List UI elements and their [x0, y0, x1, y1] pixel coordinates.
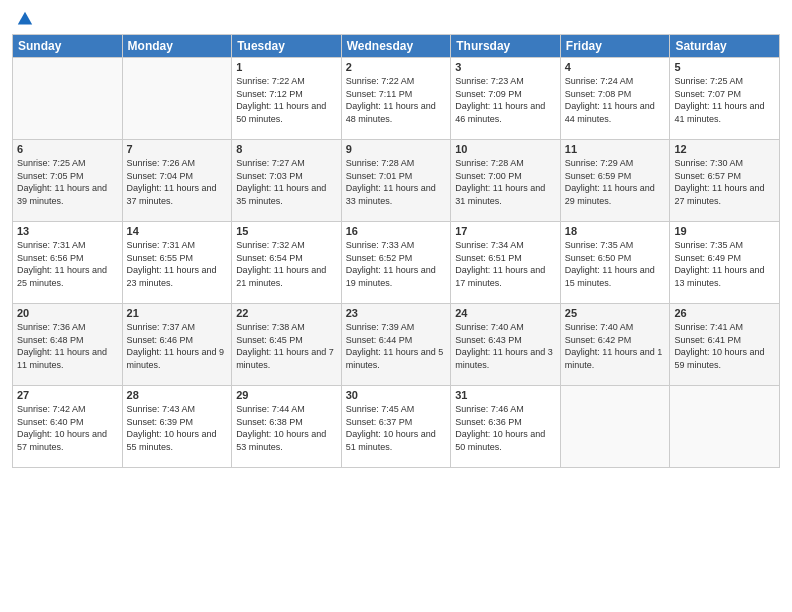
calendar-cell: 20Sunrise: 7:36 AM Sunset: 6:48 PM Dayli…: [13, 304, 123, 386]
day-info: Sunrise: 7:40 AM Sunset: 6:42 PM Dayligh…: [565, 321, 666, 371]
calendar-cell: 12Sunrise: 7:30 AM Sunset: 6:57 PM Dayli…: [670, 140, 780, 222]
day-number: 16: [346, 225, 447, 237]
day-number: 21: [127, 307, 228, 319]
logo-icon: [16, 10, 34, 28]
day-info: Sunrise: 7:31 AM Sunset: 6:56 PM Dayligh…: [17, 239, 118, 289]
calendar-cell: 3Sunrise: 7:23 AM Sunset: 7:09 PM Daylig…: [451, 58, 561, 140]
day-info: Sunrise: 7:27 AM Sunset: 7:03 PM Dayligh…: [236, 157, 337, 207]
day-info: Sunrise: 7:36 AM Sunset: 6:48 PM Dayligh…: [17, 321, 118, 371]
day-number: 24: [455, 307, 556, 319]
day-info: Sunrise: 7:25 AM Sunset: 7:07 PM Dayligh…: [674, 75, 775, 125]
calendar-week-row: 6Sunrise: 7:25 AM Sunset: 7:05 PM Daylig…: [13, 140, 780, 222]
day-info: Sunrise: 7:26 AM Sunset: 7:04 PM Dayligh…: [127, 157, 228, 207]
logo: [12, 10, 34, 28]
day-number: 28: [127, 389, 228, 401]
weekday-header: Tuesday: [232, 35, 342, 58]
weekday-header: Friday: [560, 35, 670, 58]
calendar-cell: 21Sunrise: 7:37 AM Sunset: 6:46 PM Dayli…: [122, 304, 232, 386]
day-number: 3: [455, 61, 556, 73]
day-info: Sunrise: 7:44 AM Sunset: 6:38 PM Dayligh…: [236, 403, 337, 453]
calendar-cell: 4Sunrise: 7:24 AM Sunset: 7:08 PM Daylig…: [560, 58, 670, 140]
header: [12, 10, 780, 28]
calendar-week-row: 1Sunrise: 7:22 AM Sunset: 7:12 PM Daylig…: [13, 58, 780, 140]
calendar-week-row: 13Sunrise: 7:31 AM Sunset: 6:56 PM Dayli…: [13, 222, 780, 304]
day-number: 9: [346, 143, 447, 155]
day-info: Sunrise: 7:38 AM Sunset: 6:45 PM Dayligh…: [236, 321, 337, 371]
day-number: 8: [236, 143, 337, 155]
day-number: 4: [565, 61, 666, 73]
calendar-cell: [670, 386, 780, 468]
calendar-cell: 19Sunrise: 7:35 AM Sunset: 6:49 PM Dayli…: [670, 222, 780, 304]
calendar-cell: 26Sunrise: 7:41 AM Sunset: 6:41 PM Dayli…: [670, 304, 780, 386]
calendar-cell: 16Sunrise: 7:33 AM Sunset: 6:52 PM Dayli…: [341, 222, 451, 304]
day-number: 7: [127, 143, 228, 155]
day-info: Sunrise: 7:33 AM Sunset: 6:52 PM Dayligh…: [346, 239, 447, 289]
calendar-cell: [560, 386, 670, 468]
calendar-cell: 1Sunrise: 7:22 AM Sunset: 7:12 PM Daylig…: [232, 58, 342, 140]
day-number: 29: [236, 389, 337, 401]
day-number: 17: [455, 225, 556, 237]
day-info: Sunrise: 7:24 AM Sunset: 7:08 PM Dayligh…: [565, 75, 666, 125]
day-number: 13: [17, 225, 118, 237]
day-info: Sunrise: 7:45 AM Sunset: 6:37 PM Dayligh…: [346, 403, 447, 453]
weekday-header: Saturday: [670, 35, 780, 58]
calendar-week-row: 27Sunrise: 7:42 AM Sunset: 6:40 PM Dayli…: [13, 386, 780, 468]
day-info: Sunrise: 7:37 AM Sunset: 6:46 PM Dayligh…: [127, 321, 228, 371]
day-info: Sunrise: 7:22 AM Sunset: 7:11 PM Dayligh…: [346, 75, 447, 125]
day-number: 11: [565, 143, 666, 155]
weekday-header: Wednesday: [341, 35, 451, 58]
calendar-cell: 8Sunrise: 7:27 AM Sunset: 7:03 PM Daylig…: [232, 140, 342, 222]
calendar-cell: 31Sunrise: 7:46 AM Sunset: 6:36 PM Dayli…: [451, 386, 561, 468]
day-number: 18: [565, 225, 666, 237]
day-info: Sunrise: 7:25 AM Sunset: 7:05 PM Dayligh…: [17, 157, 118, 207]
day-info: Sunrise: 7:35 AM Sunset: 6:50 PM Dayligh…: [565, 239, 666, 289]
calendar-cell: 28Sunrise: 7:43 AM Sunset: 6:39 PM Dayli…: [122, 386, 232, 468]
calendar-cell: 10Sunrise: 7:28 AM Sunset: 7:00 PM Dayli…: [451, 140, 561, 222]
day-info: Sunrise: 7:35 AM Sunset: 6:49 PM Dayligh…: [674, 239, 775, 289]
day-number: 1: [236, 61, 337, 73]
day-number: 6: [17, 143, 118, 155]
day-number: 15: [236, 225, 337, 237]
weekday-header: Monday: [122, 35, 232, 58]
calendar-cell: 25Sunrise: 7:40 AM Sunset: 6:42 PM Dayli…: [560, 304, 670, 386]
calendar-cell: 29Sunrise: 7:44 AM Sunset: 6:38 PM Dayli…: [232, 386, 342, 468]
day-number: 25: [565, 307, 666, 319]
calendar-cell: 17Sunrise: 7:34 AM Sunset: 6:51 PM Dayli…: [451, 222, 561, 304]
day-info: Sunrise: 7:30 AM Sunset: 6:57 PM Dayligh…: [674, 157, 775, 207]
day-info: Sunrise: 7:23 AM Sunset: 7:09 PM Dayligh…: [455, 75, 556, 125]
calendar-cell: 23Sunrise: 7:39 AM Sunset: 6:44 PM Dayli…: [341, 304, 451, 386]
weekday-header: Sunday: [13, 35, 123, 58]
day-number: 30: [346, 389, 447, 401]
day-info: Sunrise: 7:46 AM Sunset: 6:36 PM Dayligh…: [455, 403, 556, 453]
day-info: Sunrise: 7:29 AM Sunset: 6:59 PM Dayligh…: [565, 157, 666, 207]
day-info: Sunrise: 7:43 AM Sunset: 6:39 PM Dayligh…: [127, 403, 228, 453]
day-number: 5: [674, 61, 775, 73]
day-number: 2: [346, 61, 447, 73]
calendar-cell: 30Sunrise: 7:45 AM Sunset: 6:37 PM Dayli…: [341, 386, 451, 468]
day-info: Sunrise: 7:39 AM Sunset: 6:44 PM Dayligh…: [346, 321, 447, 371]
calendar-cell: 18Sunrise: 7:35 AM Sunset: 6:50 PM Dayli…: [560, 222, 670, 304]
day-number: 14: [127, 225, 228, 237]
day-number: 22: [236, 307, 337, 319]
calendar-container: SundayMondayTuesdayWednesdayThursdayFrid…: [0, 0, 792, 612]
day-info: Sunrise: 7:22 AM Sunset: 7:12 PM Dayligh…: [236, 75, 337, 125]
day-info: Sunrise: 7:32 AM Sunset: 6:54 PM Dayligh…: [236, 239, 337, 289]
calendar-cell: [13, 58, 123, 140]
calendar-cell: 7Sunrise: 7:26 AM Sunset: 7:04 PM Daylig…: [122, 140, 232, 222]
calendar-cell: 24Sunrise: 7:40 AM Sunset: 6:43 PM Dayli…: [451, 304, 561, 386]
calendar-cell: 5Sunrise: 7:25 AM Sunset: 7:07 PM Daylig…: [670, 58, 780, 140]
calendar-cell: 9Sunrise: 7:28 AM Sunset: 7:01 PM Daylig…: [341, 140, 451, 222]
calendar-cell: 11Sunrise: 7:29 AM Sunset: 6:59 PM Dayli…: [560, 140, 670, 222]
day-number: 31: [455, 389, 556, 401]
calendar-cell: [122, 58, 232, 140]
calendar-cell: 22Sunrise: 7:38 AM Sunset: 6:45 PM Dayli…: [232, 304, 342, 386]
calendar-table: SundayMondayTuesdayWednesdayThursdayFrid…: [12, 34, 780, 468]
weekday-header: Thursday: [451, 35, 561, 58]
day-info: Sunrise: 7:28 AM Sunset: 7:00 PM Dayligh…: [455, 157, 556, 207]
calendar-cell: 2Sunrise: 7:22 AM Sunset: 7:11 PM Daylig…: [341, 58, 451, 140]
day-number: 27: [17, 389, 118, 401]
day-info: Sunrise: 7:42 AM Sunset: 6:40 PM Dayligh…: [17, 403, 118, 453]
day-number: 23: [346, 307, 447, 319]
calendar-cell: 15Sunrise: 7:32 AM Sunset: 6:54 PM Dayli…: [232, 222, 342, 304]
day-number: 19: [674, 225, 775, 237]
